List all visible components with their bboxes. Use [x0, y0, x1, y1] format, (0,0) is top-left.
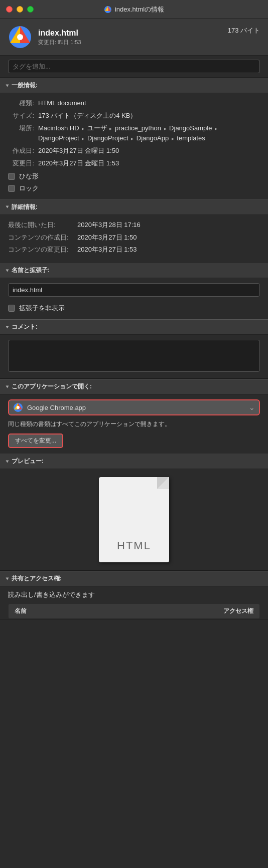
dropdown-arrow-icon: ⌄ — [249, 403, 255, 411]
checkbox-row-template: ひな形 — [8, 172, 260, 181]
detail-section-body: 最後に開いた日: 2020年3月28日 17:16 コンテンツの作成日: 202… — [0, 215, 268, 262]
info-value-size: 173 バイト（ディスク上の4 KB） — [38, 111, 260, 121]
info-row-modified: 変更日: 2020年3月27日 金曜日 1:53 — [8, 158, 260, 169]
general-section-body: 種類: HTML document サイズ: 173 バイト（ディスク上の4 K… — [0, 93, 268, 199]
table-header-access: アクセス権 — [100, 604, 259, 619]
info-label-size: サイズ: — [8, 111, 34, 121]
hide-extension-checkbox[interactable] — [8, 305, 15, 312]
open-with-section-body: Google Chrome.app ⌄ 同じ種類の書類はすべてこのアプリケーショ… — [0, 394, 268, 453]
sharing-description: 読み出し/書き込みができます — [8, 590, 260, 599]
file-name: index.html — [38, 29, 222, 38]
info-value-modified: 2020年3月27日 金曜日 1:53 — [38, 158, 260, 169]
filename-input[interactable] — [8, 283, 260, 297]
html-label: HTML — [117, 539, 151, 552]
detail-section: 詳細情報: 最後に開いた日: 2020年3月28日 17:16 コンテンツの作成… — [0, 199, 268, 263]
chrome-file-icon — [8, 25, 32, 49]
tag-input[interactable] — [8, 60, 260, 73]
info-row-content-created: コンテンツの作成日: 2020年3月27日 1:50 — [8, 233, 260, 243]
checkbox-row-lock: ロック — [8, 184, 260, 193]
general-section-header[interactable]: 一般情報: — [0, 78, 268, 93]
info-row-last-opened: 最後に開いた日: 2020年3月28日 17:16 — [8, 220, 260, 231]
modified-label: 変更日: — [38, 39, 56, 45]
sharing-section-header[interactable]: 共有とアクセス権: — [0, 571, 268, 586]
comment-section-header[interactable]: コメント: — [0, 319, 268, 335]
preview-triangle-icon — [6, 460, 9, 463]
info-label-location: 場所: — [8, 123, 34, 144]
name-section-label: 名前と拡張子: — [12, 266, 50, 275]
file-header: index.html 変更日: 昨日 1:53 173 バイト — [0, 19, 268, 56]
lock-label: ロック — [19, 184, 39, 193]
comment-section-label: コメント: — [12, 323, 38, 331]
preview-section-header[interactable]: プレビュー: — [0, 454, 268, 469]
name-section-body: 拡張子を非表示 — [0, 278, 268, 319]
hide-extension-label: 拡張子を非表示 — [19, 304, 65, 313]
info-row-content-modified: コンテンツの変更日: 2020年3月27日 1:53 — [8, 245, 260, 255]
info-label-content-modified: コンテンツの変更日: — [8, 245, 73, 255]
minimize-button[interactable] — [17, 6, 23, 13]
comment-section-body — [0, 335, 268, 378]
checkbox-row-hide-ext: 拡張子を非表示 — [8, 304, 260, 313]
access-table: 名前 アクセス権 — [8, 603, 260, 619]
info-row-location: 場所: Macintosh HD ▸ ユーザ ▸ practice_python… — [8, 123, 260, 144]
close-button[interactable] — [6, 6, 13, 13]
detail-triangle-icon — [6, 206, 9, 208]
info-row-type: 種類: HTML document — [8, 98, 260, 109]
tag-section — [0, 56, 268, 78]
file-modified: 変更日: 昨日 1:53 — [38, 39, 222, 46]
info-label-created: 作成日: — [8, 146, 34, 156]
comment-section: コメント: — [0, 319, 268, 379]
titlebar: index.htmlの情報 — [0, 0, 268, 19]
comment-triangle-icon — [6, 326, 9, 328]
chrome-dropdown-icon — [13, 402, 23, 412]
lock-checkbox[interactable] — [8, 185, 15, 192]
info-value-content-created: 2020年3月27日 1:50 — [77, 233, 260, 243]
preview-section: プレビュー: HTML — [0, 454, 268, 571]
info-row-created: 作成日: 2020年3月27日 金曜日 1:50 — [8, 146, 260, 156]
template-checkbox[interactable] — [8, 173, 15, 180]
name-section-header[interactable]: 名前と拡張子: — [0, 263, 268, 278]
detail-section-label: 詳細情報: — [12, 203, 38, 211]
file-icon — [8, 25, 32, 49]
preview-section-label: プレビュー: — [12, 457, 44, 466]
svg-point-5 — [17, 34, 23, 40]
general-section: 一般情報: 種類: HTML document サイズ: 173 バイト（ディス… — [0, 78, 268, 199]
traffic-lights — [6, 6, 34, 13]
file-size: 173 バイト — [228, 26, 260, 35]
detail-section-header[interactable]: 詳細情報: — [0, 199, 268, 215]
table-header-name: 名前 — [9, 604, 100, 619]
name-triangle-icon — [6, 269, 9, 272]
info-value-type: HTML document — [38, 98, 260, 109]
comment-textarea[interactable] — [8, 340, 260, 372]
open-with-section-header[interactable]: このアプリケーションで開く: — [0, 379, 268, 394]
app-dropdown[interactable]: Google Chrome.app ⌄ — [8, 399, 260, 415]
info-value-location: Macintosh HD ▸ ユーザ ▸ practice_python ▸ D… — [38, 123, 260, 144]
window-title: index.htmlの情報 — [104, 5, 164, 14]
chrome-tab-icon — [104, 6, 112, 14]
preview-area: HTML — [0, 469, 268, 570]
sharing-section-body: 読み出し/書き込みができます 名前 アクセス権 — [0, 586, 268, 619]
file-info: index.html 変更日: 昨日 1:53 — [38, 29, 222, 46]
sharing-triangle-icon — [6, 577, 9, 580]
html-preview-icon: HTML — [99, 477, 169, 562]
template-label: ひな形 — [19, 172, 39, 181]
open-with-triangle-icon — [6, 385, 9, 388]
info-label-type: 種類: — [8, 98, 34, 109]
svg-point-9 — [17, 406, 20, 409]
info-value-last-opened: 2020年3月28日 17:16 — [77, 220, 260, 231]
open-with-description: 同じ種類の書類はすべてこのアプリケーションで開きます。 — [8, 419, 260, 428]
open-with-section: このアプリケーションで開く: Google Chrome.app ⌄ 同じ種類の… — [0, 379, 268, 454]
change-all-button[interactable]: すべてを変更... — [8, 433, 63, 448]
name-section: 名前と拡張子: 拡張子を非表示 — [0, 263, 268, 319]
open-with-section-label: このアプリケーションで開く: — [12, 382, 92, 391]
modified-value: 昨日 1:53 — [58, 39, 81, 45]
zoom-button[interactable] — [27, 6, 34, 13]
info-label-modified: 変更日: — [8, 158, 34, 169]
info-label-content-created: コンテンツの作成日: — [8, 233, 73, 243]
general-section-label: 一般情報: — [12, 81, 38, 90]
sharing-section: 共有とアクセス権: 読み出し/書き込みができます 名前 アクセス権 — [0, 571, 268, 619]
general-triangle-icon — [6, 84, 9, 87]
info-label-last-opened: 最後に開いた日: — [8, 220, 73, 231]
sharing-section-label: 共有とアクセス権: — [12, 574, 62, 583]
info-value-content-modified: 2020年3月27日 1:53 — [77, 245, 260, 255]
app-name-label: Google Chrome.app — [27, 404, 245, 411]
